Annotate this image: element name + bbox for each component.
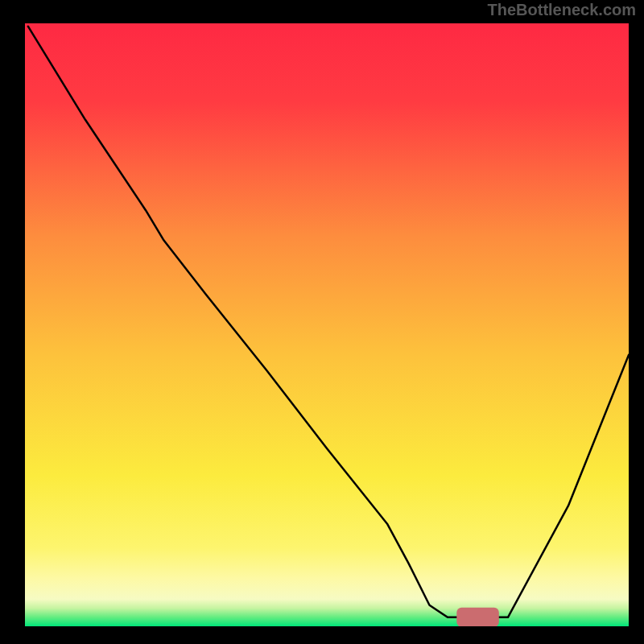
- gradient-background: [25, 23, 629, 626]
- watermark-text: TheBottleneck.com: [488, 2, 636, 18]
- plot-svg: [25, 23, 629, 626]
- optimal-marker: [456, 608, 499, 626]
- chart-frame: TheBottleneck.com: [0, 0, 644, 644]
- plot-area: [25, 23, 629, 626]
